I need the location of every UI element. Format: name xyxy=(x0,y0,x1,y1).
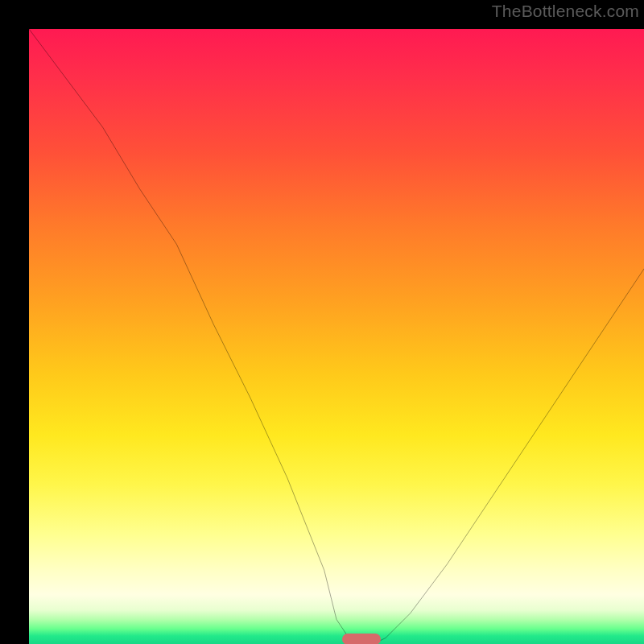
bottleneck-curve xyxy=(29,29,644,644)
plot-area xyxy=(29,29,644,644)
optimal-marker xyxy=(342,634,381,644)
chart-frame xyxy=(14,14,630,630)
watermark-text: TheBottleneck.com xyxy=(492,2,639,21)
